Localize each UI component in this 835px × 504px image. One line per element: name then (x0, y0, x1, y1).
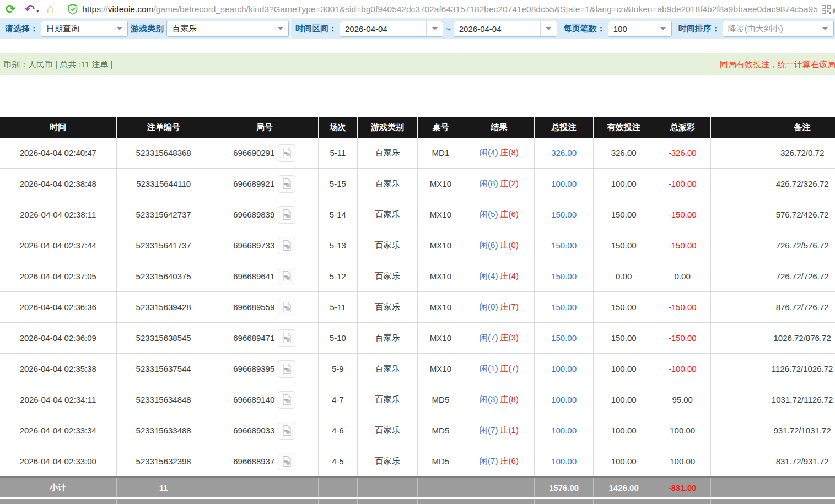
address-bar[interactable]: https://videoie.com/game/betrecord_searc… (82, 4, 818, 14)
total-bet-link[interactable]: 100.00 (551, 395, 577, 404)
video-replay-button[interactable] (278, 422, 295, 440)
result-player: 闲(7) (480, 333, 498, 342)
total-bet-link[interactable]: 150.00 (551, 272, 577, 281)
column-header: 有效投注 (594, 117, 654, 138)
video-replay-button[interactable] (278, 299, 295, 316)
result-banker: 庄(6) (500, 209, 519, 219)
cell-round-id: 696689395 (211, 354, 318, 384)
cell-payout: -150.00 (654, 323, 711, 354)
video-replay-button[interactable] (278, 206, 295, 224)
reload-icon[interactable]: ⟳ (6, 3, 15, 15)
result-player: 闲(5) (480, 209, 498, 219)
video-replay-button[interactable] (278, 391, 295, 409)
cell-table-no: MX10 (417, 292, 464, 323)
cell-result: 闲(3) 庄(8) (464, 384, 534, 415)
footer-game (357, 478, 417, 498)
round-id-text: 696688937 (233, 457, 274, 466)
result-banker: 庄(1) (500, 425, 519, 435)
table-row: 2026-04-04 02:34:11523315634848696689140… (0, 384, 835, 415)
cell-total-bet: 100.00 (535, 415, 594, 446)
cell-bet-id: 523315638545 (116, 323, 211, 354)
round-id-group: 696689033 (212, 422, 317, 440)
filter-bar: 请选择： 日期查询 游戏类别 百家乐 时间区间： 2026-04-04 ~ 20… (0, 19, 835, 39)
cell-session: 5-15 (318, 169, 357, 199)
total-bet-link[interactable]: 150.00 (551, 302, 577, 312)
column-header: 备注 (711, 117, 835, 138)
total-bet-link[interactable]: 326.00 (551, 148, 577, 158)
date-from-select[interactable]: 2026-04-04 (340, 21, 443, 37)
table-row: 2026-04-04 02:37:05523315640375696689641… (0, 261, 835, 292)
round-id-text: 696689395 (233, 364, 274, 373)
qr-code-icon[interactable] (822, 5, 831, 14)
total-bet-link[interactable]: 100.00 (551, 457, 577, 466)
sort-order-select[interactable]: 降幂(由大到小) (723, 21, 834, 37)
undo-icon[interactable]: ↶ (24, 3, 34, 15)
cell-game-category: 百家乐 (357, 230, 417, 261)
time-range-label: 时间区间： (295, 24, 337, 34)
game-category-select[interactable]: 百家乐 (166, 21, 289, 37)
url-domain: videoie.com (108, 4, 154, 14)
query-type-select[interactable]: 日期查询 (41, 21, 128, 37)
cell-bet-id: 523315633488 (116, 415, 211, 446)
total-bet-link[interactable]: 150.00 (551, 241, 577, 250)
cell-valid-bet: 0.00 (594, 261, 654, 292)
cell-valid-bet: 326.00 (594, 138, 654, 169)
total-bet-link[interactable]: 150.00 (551, 210, 577, 219)
table-row: 2026-04-04 02:40:47523315648368696690291… (0, 138, 835, 169)
cell-bet-id: 523315632398 (116, 446, 211, 478)
filter-divider (674, 19, 674, 39)
date-to-select[interactable]: 2026-04-04 (454, 21, 557, 37)
video-replay-button[interactable] (278, 360, 295, 378)
round-id-text: 696690291 (233, 148, 274, 158)
video-replay-button[interactable] (278, 144, 295, 162)
cell-bet-id: 523315634848 (116, 384, 211, 415)
cell-time: 2026-04-04 02:34:11 (0, 384, 116, 415)
cell-note: 1126.72/1026.72 (711, 354, 835, 384)
cell-game-category: 百家乐 (357, 384, 417, 415)
result-banker: 庄(3) (500, 333, 519, 342)
column-header: 局号 (211, 117, 318, 138)
footer-total-bet: 1576.00 (535, 478, 594, 498)
home-icon[interactable]: ⌂ (46, 3, 54, 15)
video-replay-button[interactable] (278, 237, 295, 254)
footer-count: 11 (116, 478, 211, 498)
video-replay-button[interactable] (278, 175, 295, 193)
footer-label: 小计 (0, 478, 116, 498)
video-replay-button[interactable] (278, 329, 295, 347)
security-shield-icon[interactable] (68, 4, 78, 15)
page-size-value: 100 (608, 24, 655, 34)
cell-total-bet: 150.00 (535, 261, 594, 292)
cell-time: 2026-04-04 02:38:11 (0, 199, 116, 230)
cell-valid-bet: 100.00 (594, 384, 654, 415)
sort-order-value: 降幂(由大到小) (723, 24, 817, 34)
total-bet-link[interactable]: 100.00 (551, 179, 577, 188)
total-bet-link[interactable]: 100.00 (551, 364, 577, 373)
footer-game (357, 498, 417, 504)
browser-toolbar: ⟳ ↶ ▾ ⌂ https://videoie.com/game/betreco… (0, 0, 835, 19)
cell-note: 576.72/426.72 (711, 199, 835, 230)
cell-session: 5-14 (318, 199, 357, 230)
cell-time: 2026-04-04 02:38:48 (0, 169, 116, 199)
video-replay-button[interactable] (278, 268, 295, 285)
cell-payout: -100.00 (654, 169, 711, 199)
cell-payout: 0.00 (654, 261, 711, 292)
result-banker: 庄(2) (500, 178, 519, 188)
round-id-group: 696688937 (212, 453, 317, 470)
chevron-down-icon (817, 21, 833, 36)
column-header: 总投注 (535, 117, 594, 138)
valid-bet-notice-text: 同局有效投注，统一计算在该局第 (720, 59, 835, 70)
cell-game-category: 百家乐 (357, 199, 417, 230)
undo-dropdown-caret-icon[interactable]: ▾ (36, 9, 39, 14)
video-replay-button[interactable] (278, 453, 295, 470)
cell-result: 闲(7) 庄(6) (464, 446, 534, 478)
total-bet-link[interactable]: 150.00 (551, 333, 577, 343)
table-row: 2026-04-04 02:35:38523315637544696689395… (0, 354, 835, 384)
page-size-select[interactable]: 100 (608, 21, 672, 37)
cell-bet-id: 523315648368 (116, 138, 211, 169)
total-bet-link[interactable]: 100.00 (551, 426, 577, 435)
cell-note: 831.72/931.72 (711, 446, 835, 478)
cell-note: 326.72/0.72 (711, 138, 835, 169)
cell-time: 2026-04-04 02:33:00 (0, 446, 116, 478)
video-document-icon (281, 270, 292, 282)
cell-total-bet: 100.00 (535, 446, 594, 478)
